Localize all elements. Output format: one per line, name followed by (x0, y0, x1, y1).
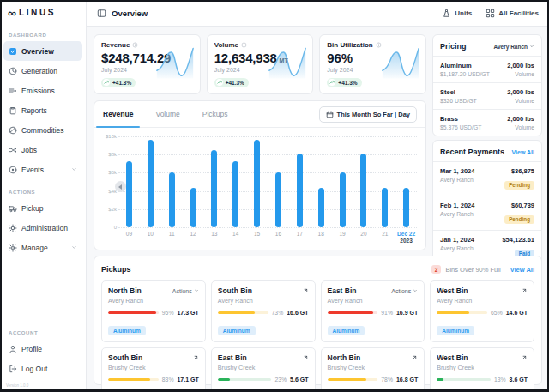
units-label: Units (455, 9, 472, 17)
sidebar-item-manage[interactable]: Manage (3, 238, 82, 257)
payment-row-right: $60,739Pending (504, 202, 534, 225)
tab-volume[interactable]: Volume (155, 101, 179, 127)
sidebar-item-commodities[interactable]: Commodities (3, 120, 82, 140)
logout-icon (9, 365, 17, 373)
bar-column (246, 136, 268, 227)
bin-weight: 16.9 GT (396, 310, 418, 316)
bin-card-south-bin-brushy-creek: South BinBrushy Creek83%17.1 GTAluminum (101, 347, 206, 392)
bin-progress-row: 95%17.3 GT (108, 310, 199, 316)
topbar-actions: Units All Facilities (442, 9, 539, 18)
pricing-facility-select[interactable]: Avery Ranch (494, 44, 535, 50)
chart-bar (382, 188, 388, 227)
bar-column (332, 136, 353, 227)
units-button[interactable]: Units (442, 9, 472, 18)
brand-name: LINUS (19, 8, 56, 17)
bin-actions-button[interactable]: Actions (172, 288, 199, 294)
profile-icon (9, 345, 17, 353)
brand-logo[interactable]: ∞ LINUS (0, 0, 86, 19)
chart-bar (254, 140, 260, 227)
arrow-up-right-icon[interactable] (192, 354, 199, 361)
payments-view-all-link[interactable]: View All (512, 149, 534, 155)
bin-progress-fill (328, 311, 374, 314)
x-tick-label: 10 (140, 227, 161, 246)
y-tick-label: 0 (114, 225, 117, 230)
sidebar-item-emissions[interactable]: Emissions (3, 81, 82, 100)
chart-bars (118, 136, 417, 227)
pickups-view-all-link[interactable]: View All (510, 266, 534, 274)
info-icon[interactable] (241, 42, 247, 48)
all-facilities-button[interactable]: All Facilities (486, 9, 539, 18)
stat-card-bin-utilization: Bin Utilization96%July 2024+41.3% (319, 34, 426, 94)
sidebar-item-administration[interactable]: Administration (3, 218, 82, 238)
stat-delta-badge: +41.3% (327, 78, 361, 87)
pickups-header-right: 2 Bins Over 90% Full View All (431, 265, 534, 274)
payments-rows: Mar 1, 2024Avery Ranch$36,875PendingFeb … (433, 161, 541, 264)
sidebar-item-reports[interactable]: Reports (3, 100, 82, 120)
stat-title-text: Volume (214, 41, 238, 49)
pickups-card: Pickups 2 Bins Over 90% Full View All No… (94, 256, 542, 385)
x-tick-label: 14 (225, 227, 246, 246)
chevron-down-icon (71, 244, 77, 250)
panel-icon[interactable] (97, 9, 106, 18)
bin-progress-row: 13%3.6 GT (437, 377, 528, 383)
bar-column (268, 136, 289, 227)
bin-percent: 91% (381, 310, 393, 316)
bin-progress-row: 73%16.6 GT (218, 310, 309, 316)
bin-card-header: East BinActions (328, 286, 419, 295)
chart-bar (232, 161, 238, 227)
sidebar-item-profile[interactable]: Profile (3, 339, 82, 359)
chart-tabs: RevenueVolumePickups This Month So Far |… (94, 101, 425, 128)
sidebar-item-label: Events (21, 166, 44, 174)
chart-bar (318, 188, 324, 227)
bin-card-north-bin-avery-ranch: North BinActionsAvery Ranch95%17.3 GTAlu… (101, 280, 206, 342)
x-tick-label: 09 (118, 227, 140, 246)
sidebar-section-label: ACTIONS (9, 190, 77, 195)
sidebar-item-jobs[interactable]: Jobs (3, 140, 82, 160)
sidebar-item-overview[interactable]: Overview (3, 41, 82, 61)
sidebar-item-events[interactable]: Events (3, 160, 82, 179)
sidebar-item-label: Emissions (21, 87, 55, 95)
chart-bar (190, 188, 196, 227)
pricing-row-left: Aluminum$1,187.20 USD/GT (440, 62, 490, 77)
pricing-row-left: Steel$326 USD/GT (440, 88, 477, 104)
bin-actions-label: Actions (172, 288, 192, 294)
commodity-name: Steel (440, 88, 477, 96)
sidebar-nav: DASHBOARDOverviewGenerationEmissionsRepo… (0, 19, 86, 257)
x-tick-label: 13 (203, 227, 225, 246)
y-tick-label: $6k (108, 170, 117, 175)
bin-progress-fill (108, 311, 156, 314)
tab-revenue[interactable]: Revenue (103, 101, 133, 127)
arrow-up-right-icon[interactable] (302, 354, 309, 361)
chart-bar (126, 161, 132, 227)
info-icon[interactable] (132, 42, 138, 48)
bar-column (161, 136, 183, 227)
arrow-up-right-icon[interactable] (521, 287, 528, 294)
arrow-up-right-icon[interactable] (302, 287, 309, 294)
bar-column (225, 136, 246, 227)
sidebar-item-label: Log Out (21, 365, 47, 373)
bin-facility: Avery Ranch (108, 297, 199, 305)
x-tick-label: Dec 222023 (395, 227, 417, 246)
sidebar-item-generation[interactable]: Generation (3, 61, 82, 81)
bin-card-header: North BinActions (108, 286, 199, 295)
main-area: Overview Units All Facilities Revenue$24… (87, 0, 549, 392)
date-range-button[interactable]: This Month So Far | Day (319, 106, 417, 123)
sidebar-item-label: Administration (21, 224, 68, 232)
material-badge: Aluminum (218, 326, 256, 335)
bin-card-east-bin-brushy-creek: East BinBrushy Creek23%5.6 GTAluminum (211, 347, 316, 392)
chart-bar (403, 188, 409, 227)
bin-facility: Brushy Creek (218, 364, 309, 371)
sidebar-item-pickup[interactable]: Pickup (3, 198, 82, 218)
sidebar-item-label: Commodities (21, 126, 64, 135)
tab-pickups[interactable]: Pickups (202, 101, 228, 127)
sidebar-section-label: DASHBOARD (9, 33, 77, 38)
bar-column (395, 136, 417, 227)
pricing-header: Pricing Avery Ranch (433, 35, 541, 56)
bin-progress-fill (218, 311, 255, 314)
arrow-up-right-icon[interactable] (521, 354, 528, 361)
commodity-qty-label: Volume (507, 98, 534, 104)
administration-icon (9, 224, 17, 232)
sidebar-item-log-out[interactable]: Log Out (3, 359, 82, 378)
arrow-up-right-icon[interactable] (411, 354, 418, 361)
bin-actions-button[interactable]: Actions (391, 288, 418, 294)
